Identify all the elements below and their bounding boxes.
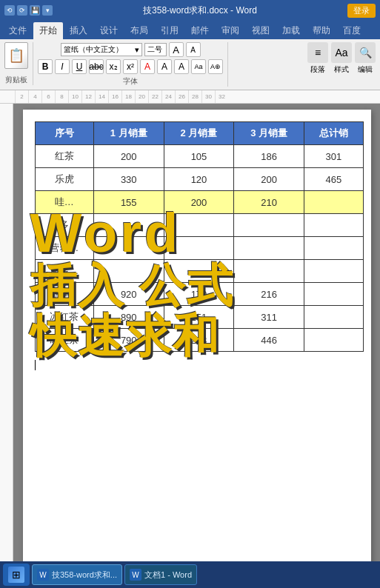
redo-button[interactable]: ⟳	[17, 5, 27, 16]
table-cell[interactable]: 311	[234, 306, 304, 329]
table-cell[interactable]: 216	[234, 283, 304, 306]
ribbon-tab-帮助[interactable]: 帮助	[307, 22, 336, 39]
start-button[interactable]: ⊞	[3, 564, 30, 586]
table-cell[interactable]: 红茶	[35, 145, 93, 168]
ribbon-tab-视图[interactable]: 视图	[246, 22, 276, 39]
ribbon-tab-文件[interactable]: 文件	[3, 22, 33, 39]
table-row: 加多…	[35, 260, 363, 283]
table-cell[interactable]: 301	[304, 145, 363, 168]
ribbon-tab-插入[interactable]: 插入	[64, 22, 93, 39]
font-aa-button[interactable]: Aa	[191, 59, 206, 74]
table-cell[interactable]: 790	[93, 329, 164, 352]
table-row: 冰红茶790288446	[35, 329, 363, 352]
ribbon-tab-引用[interactable]: 引用	[155, 22, 184, 39]
ribbon-tab-百度[interactable]: 百度	[337, 22, 367, 39]
ribbon-tab-布局[interactable]: 布局	[124, 22, 154, 39]
table-cell[interactable]: 105	[164, 145, 234, 168]
table-cell[interactable]: 288	[164, 329, 234, 352]
taskbar-item-0[interactable]: W 技358-word求和...	[32, 564, 122, 585]
font-top-row: 篮纸（中文正文） ▾ 二号 A A	[61, 42, 201, 57]
table-cell[interactable]: 脉动	[35, 283, 93, 306]
table-cell[interactable]: 冰红茶	[35, 306, 93, 329]
table-cell[interactable]	[304, 214, 363, 237]
save-button[interactable]: 💾	[30, 5, 40, 16]
paragraph-icon[interactable]: ≡	[307, 42, 328, 63]
table-cell[interactable]: 890	[93, 306, 164, 329]
table-cell[interactable]: 120	[164, 168, 234, 191]
font-extra-button[interactable]: A⊕	[208, 59, 223, 74]
table-cell[interactable]	[304, 237, 363, 260]
table-cell[interactable]: 920	[93, 283, 164, 306]
table-cell[interactable]: 446	[234, 329, 304, 352]
table-cell[interactable]: 186	[234, 145, 304, 168]
bold-button[interactable]: B	[38, 59, 53, 74]
table-cell[interactable]: 加多…	[35, 260, 93, 283]
table-cell[interactable]	[234, 260, 304, 283]
font-name-dropdown[interactable]: 篮纸（中文正文） ▾	[61, 43, 142, 56]
table-cell[interactable]: 乐虎	[35, 168, 93, 191]
strikethrough-button[interactable]: abc	[89, 59, 104, 74]
table-cell[interactable]: 200	[164, 191, 234, 214]
table-cell[interactable]	[93, 260, 164, 283]
table-cell[interactable]: 170	[164, 283, 234, 306]
table-cell[interactable]: 加多…	[35, 214, 93, 237]
superscript-button[interactable]: x²	[123, 59, 138, 74]
undo-button[interactable]: ⟲	[4, 5, 15, 16]
table-cell[interactable]: 251	[164, 306, 234, 329]
font-color-button[interactable]: A	[140, 59, 155, 74]
font-dropdown-arrow[interactable]: ▾	[135, 45, 139, 55]
table-cell[interactable]	[164, 237, 234, 260]
table-cell[interactable]	[93, 237, 164, 260]
edit-group[interactable]: 🔍 编辑	[355, 42, 376, 75]
ribbon-tab-审阅[interactable]: 审阅	[216, 22, 245, 39]
font-shrink-button[interactable]: A	[186, 42, 201, 57]
horizontal-ruler: 2 4 6 8 10 12 14 16 18 20 22 24 26 28 30…	[0, 90, 380, 104]
title-controls[interactable]: ⟲ ⟳ 💾 ▾	[4, 5, 53, 16]
table-cell[interactable]	[304, 329, 363, 352]
italic-button[interactable]: I	[55, 59, 70, 74]
table-cell[interactable]: 冰红茶	[35, 329, 93, 352]
clear-format-button[interactable]: A	[174, 59, 189, 74]
vertical-ruler	[0, 104, 13, 585]
font-grow-button[interactable]: A	[169, 42, 184, 57]
ribbon-tab-加载[interactable]: 加载	[276, 22, 306, 39]
paste-icon[interactable]: 📋	[4, 42, 28, 69]
table-cell[interactable]: 200	[93, 145, 164, 168]
table-cell[interactable]: 465	[304, 168, 363, 191]
document-area: 序号 1 月销量 2 月销量 3 月销量 总计销 红茶200105186301乐…	[0, 104, 380, 585]
font-size-dropdown[interactable]: 二号	[144, 43, 167, 56]
ribbon-tab-设计[interactable]: 设计	[94, 22, 124, 39]
subscript-button[interactable]: x₂	[106, 59, 121, 74]
table-cell[interactable]	[304, 283, 363, 306]
document-page[interactable]: 序号 1 月销量 2 月销量 3 月销量 总计销 红茶200105186301乐…	[23, 110, 371, 579]
highlight-button[interactable]: A	[157, 59, 172, 74]
paragraph-group[interactable]: ≡ 段落	[307, 42, 328, 75]
ribbon-tab-邮件[interactable]: 邮件	[185, 22, 215, 39]
table-cell[interactable]: 155	[93, 191, 164, 214]
styles-group[interactable]: Aа 样式	[331, 42, 352, 75]
table-cell[interactable]: 200	[234, 168, 304, 191]
table-cell[interactable]	[164, 214, 234, 237]
table-cell[interactable]	[234, 237, 304, 260]
taskbar-item-1[interactable]: W 文档1 - Word	[124, 564, 197, 585]
table-cell[interactable]	[93, 214, 164, 237]
ribbon-tab-开始[interactable]: 开始	[33, 22, 63, 39]
table-cell[interactable]: 营养…	[35, 237, 93, 260]
table-cell[interactable]: 330	[93, 168, 164, 191]
table-cell[interactable]: 210	[234, 191, 304, 214]
table-cell[interactable]	[304, 191, 363, 214]
table-cell[interactable]	[164, 260, 234, 283]
font-group: 篮纸（中文正文） ▾ 二号 A A B I U abc x₂ x² A A A …	[38, 42, 228, 87]
table-cell[interactable]	[234, 214, 304, 237]
styles-icon[interactable]: Aа	[331, 42, 352, 63]
login-button[interactable]: 登录	[347, 4, 376, 18]
edit-icon[interactable]: 🔍	[355, 42, 376, 63]
more-button[interactable]: ▾	[42, 5, 53, 16]
table-cell[interactable]: 哇…	[35, 191, 93, 214]
underline-button[interactable]: U	[72, 59, 87, 74]
paste-area[interactable]: 📋	[4, 42, 28, 69]
paragraph-label: 段落	[310, 64, 325, 75]
table-header-row: 序号 1 月销量 2 月销量 3 月销量 总计销	[35, 122, 363, 145]
table-cell[interactable]	[304, 306, 363, 329]
table-cell[interactable]	[304, 260, 363, 283]
